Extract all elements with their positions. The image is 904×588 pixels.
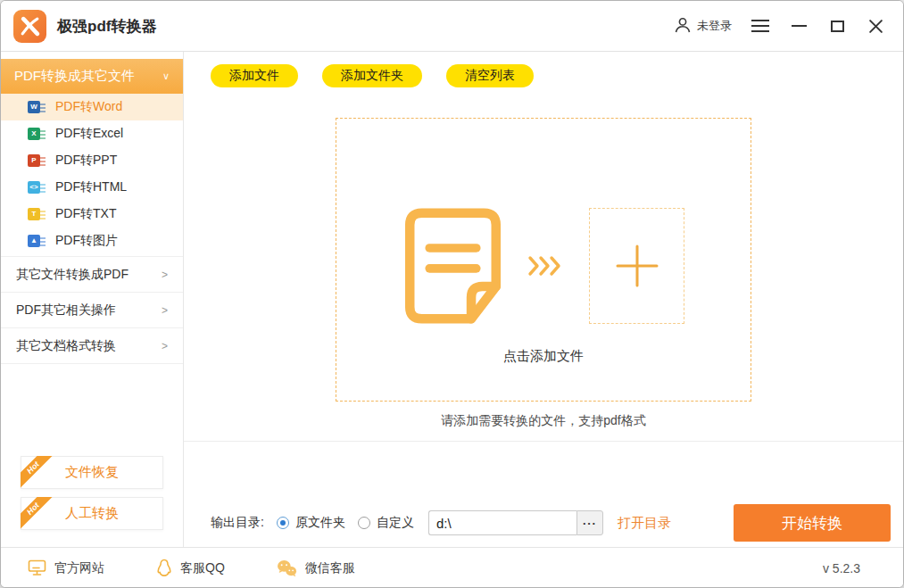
login-status-label: 未登录 (697, 18, 732, 34)
add-file-button[interactable]: 添加文件 (211, 64, 298, 87)
version-label: v 5.2.3 (823, 561, 860, 576)
sidebar-group-other-doc-convert[interactable]: 其它文档格式转换 > (1, 327, 183, 363)
maximize-icon (831, 21, 844, 32)
minimize-button[interactable] (789, 16, 809, 36)
manual-convert-button[interactable]: Hot 人工转换 (21, 497, 163, 530)
txt-file-icon: T (28, 207, 46, 221)
chevron-right-icon: > (162, 340, 168, 352)
radio-custom-folder[interactable] (358, 517, 370, 529)
sidebar: PDF转换成其它文件 ∨ W PDF转Word X PDF转Excel P PD… (1, 52, 184, 547)
excel-file-icon: X (28, 127, 46, 141)
html-file-icon: <> (28, 180, 46, 195)
sidebar-item-label: PDF转Excel (55, 126, 123, 142)
sidebar-group-label: PDF转换成其它文件 (14, 68, 135, 85)
plus-icon (612, 241, 662, 291)
open-directory-link[interactable]: 打开目录 (618, 515, 671, 532)
qq-support-label: 客服QQ (180, 560, 225, 576)
main-panel: 添加文件 添加文件夹 清空列表 (184, 52, 903, 547)
sidebar-item-pdf-to-word[interactable]: W PDF转Word (1, 94, 183, 120)
sidebar-hot-buttons: Hot 文件恢复 Hot 人工转换 (1, 456, 183, 530)
radio-custom-folder-label[interactable]: 自定义 (377, 515, 414, 531)
wechat-support-label: 微信客服 (305, 560, 355, 576)
sidebar-group-label: PDF其它相关操作 (16, 302, 116, 319)
official-site-label: 官方网站 (54, 560, 104, 576)
dropzone-graphic (336, 208, 751, 324)
sidebar-item-label: PDF转图片 (55, 233, 118, 249)
titlebar-controls: 未登录 (674, 16, 885, 37)
sidebar-item-pdf-to-ppt[interactable]: P PDF转PPT (1, 147, 183, 174)
maximize-button[interactable] (827, 16, 847, 36)
sidebar-group-other-to-pdf[interactable]: 其它文件转换成PDF > (1, 256, 183, 292)
monitor-icon (28, 559, 46, 576)
qq-icon (156, 559, 172, 577)
file-recovery-label: 文件恢复 (65, 464, 119, 481)
minimize-icon (792, 25, 807, 27)
app-window: 极强pdf转换器 未登录 PDF转换成其它文件 (0, 0, 904, 588)
sidebar-item-pdf-to-txt[interactable]: T PDF转TXT (1, 201, 183, 228)
close-icon (868, 19, 883, 34)
wechat-icon (277, 559, 297, 577)
chevron-right-icon: > (162, 269, 168, 281)
menu-button[interactable] (751, 16, 770, 36)
dropzone-caption: 请添加需要转换的文件，支持pdf格式 (184, 413, 903, 429)
hot-ribbon-badge: Hot (21, 497, 53, 529)
chevron-down-icon: ∨ (162, 70, 170, 82)
sidebar-group-pdf-other-ops[interactable]: PDF其它相关操作 > (1, 292, 183, 327)
clear-list-button[interactable]: 清空列表 (446, 64, 534, 87)
sidebar-group-pdf-to-other[interactable]: PDF转换成其它文件 ∨ (1, 59, 183, 94)
dropzone-hint: 点击添加文件 (336, 348, 751, 365)
sidebar-sections: 其它文件转换成PDF > PDF其它相关操作 > 其它文档格式转换 > (1, 256, 183, 364)
document-icon (402, 208, 503, 324)
file-dropzone[interactable]: 点击添加文件 (336, 118, 751, 402)
manual-convert-label: 人工转换 (65, 505, 119, 522)
sidebar-item-pdf-to-html[interactable]: <> PDF转HTML (1, 174, 183, 201)
radio-source-folder-label[interactable]: 原文件夹 (295, 515, 345, 531)
word-file-icon: W (28, 100, 46, 114)
sidebar-item-label: PDF转Word (55, 99, 122, 115)
sidebar-item-label: PDF转PPT (55, 153, 117, 169)
sidebar-item-pdf-to-image[interactable]: ▲ PDF转图片 (1, 228, 183, 254)
sidebar-group-label: 其它文件转换成PDF (16, 267, 129, 283)
toolbar: 添加文件 添加文件夹 清空列表 (184, 52, 903, 87)
sidebar-item-label: PDF转HTML (55, 179, 127, 195)
chevron-right-icon: > (162, 304, 168, 317)
radio-source-folder[interactable] (277, 517, 289, 529)
close-button[interactable] (866, 16, 885, 36)
file-recovery-button[interactable]: Hot 文件恢复 (21, 456, 163, 489)
title-bar: 极强pdf转换器 未登录 (1, 1, 903, 52)
sidebar-item-label: PDF转TXT (55, 206, 116, 222)
hot-ribbon-badge: Hot (21, 456, 53, 488)
browse-button[interactable]: ··· (576, 510, 603, 535)
footer: 官方网站 客服QQ 微信客服 v 5.2.3 (1, 547, 903, 588)
content-area: PDF转换成其它文件 ∨ W PDF转Word X PDF转Excel P PD… (1, 52, 903, 547)
ppt-file-icon: P (28, 153, 46, 168)
app-logo-icon (13, 10, 46, 43)
image-file-icon: ▲ (28, 234, 46, 248)
sidebar-item-pdf-to-excel[interactable]: X PDF转Excel (1, 120, 183, 147)
main-divider (184, 441, 903, 442)
add-target-box (589, 208, 684, 324)
sidebar-group-label: 其它文档格式转换 (16, 338, 116, 354)
wechat-support-link[interactable]: 微信客服 (277, 559, 355, 577)
output-path-input[interactable] (428, 510, 576, 535)
output-settings-row: 输出目录: 原文件夹 自定义 ··· 打开目录 开始转换 (184, 504, 903, 542)
login-status[interactable]: 未登录 (674, 16, 732, 37)
add-folder-button[interactable]: 添加文件夹 (322, 64, 422, 87)
app-title: 极强pdf转换器 (57, 16, 156, 37)
official-site-link[interactable]: 官方网站 (28, 559, 104, 576)
start-convert-button[interactable]: 开始转换 (734, 504, 891, 542)
arrows-right-icon (526, 252, 567, 280)
user-icon (674, 16, 692, 37)
qq-support-link[interactable]: 客服QQ (156, 559, 225, 577)
output-dir-label: 输出目录: (211, 515, 264, 531)
